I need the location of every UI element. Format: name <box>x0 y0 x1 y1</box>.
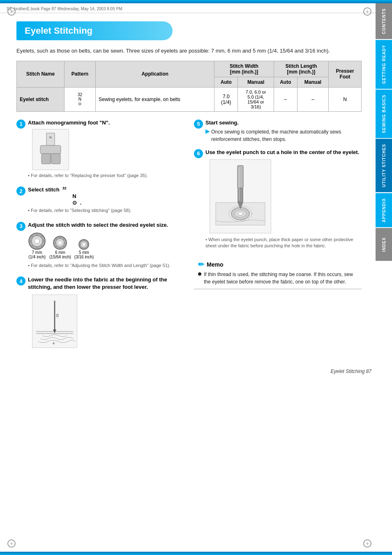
eyelet-6mm-svg <box>53 235 67 250</box>
step-1-content: Attach monogramming foot "N". N <box>28 119 184 181</box>
table-cell-stitch-name: Eyelet stitch <box>17 87 65 111</box>
sidebar-tab-sewing-basics[interactable]: SEWING BASICS <box>376 90 392 138</box>
title-banner: Eyelet Stitching <box>16 21 173 40</box>
step-2-subtext: • For details, refer to "Selecting stitc… <box>28 207 184 214</box>
reg-mark-bl <box>7 539 16 548</box>
svg-point-8 <box>35 239 39 244</box>
page-header: S2_brotherE.book Page 87 Wednesday, May … <box>0 3 392 13</box>
table-header-stitch-name: Stitch Name <box>17 61 65 87</box>
stitch-table: Stitch Name Pattern Application Stitch W… <box>16 61 362 112</box>
step-3-title: Adjust the stitch width to select the de… <box>28 221 184 229</box>
table-header-application: Application <box>96 61 214 87</box>
page-title: Eyelet Stitching <box>25 25 164 36</box>
svg-rect-46 <box>238 188 243 203</box>
step-3-content: Adjust the stitch width to select the de… <box>28 221 184 271</box>
table-subheader-width-manual: Manual <box>238 77 274 87</box>
eyelet-punch-svg <box>212 161 269 231</box>
table-subheader-length-manual: Manual <box>297 77 328 87</box>
svg-marker-38 <box>53 329 56 333</box>
sidebar-tab-getting-ready[interactable]: GETTING READY <box>376 40 392 89</box>
table-cell-width-auto: 7.0 (1/4) <box>214 87 238 111</box>
step-5-arrow-text: Once sewing is completed, the machine au… <box>211 128 362 143</box>
memo-label: Memo <box>207 261 223 268</box>
right-sidebar: CONTENTS GETTING READY SEWING BASICS UTI… <box>376 3 392 261</box>
step-1-block: 1 Attach monogramming foot "N". N <box>16 119 184 181</box>
step-5-title: Start sewing. <box>205 119 362 127</box>
svg-rect-3 <box>42 154 51 164</box>
eyelet-5mm: 5 mm(3/16 inch) <box>74 239 94 259</box>
svg-rect-45 <box>238 166 243 188</box>
sidebar-tab-index[interactable]: INDEX <box>376 228 392 261</box>
eyelet-5mm-label: 5 mm(3/16 inch) <box>74 250 94 259</box>
step-6-number: 6 <box>194 149 203 158</box>
table-header-pattern: Pattern <box>64 61 95 87</box>
step-6-block: 6 Use the eyelet punch to cut a hole in … <box>194 149 362 251</box>
step-5-number: 5 <box>194 120 203 129</box>
step-5-arrow-bullet: ▶ Once sewing is completed, the machine … <box>205 128 362 143</box>
reg-mark-tl <box>7 7 16 16</box>
memo-text: If thin thread is used, the stitching ma… <box>204 271 357 286</box>
eyelet-5mm-svg <box>78 239 90 250</box>
step-4-image: 0 + <box>32 295 77 348</box>
steps-container: 1 Attach monogramming foot "N". N <box>16 119 362 354</box>
svg-text:N: N <box>49 136 52 139</box>
svg-rect-4 <box>51 154 60 164</box>
step-6-subtext: • When using the eyelet punch, place thi… <box>205 237 362 249</box>
eyelet-6mm-label: 6 mm(15/64 inch) <box>49 250 71 259</box>
sidebar-tab-appendix[interactable]: APPENDIX <box>376 193 392 227</box>
reg-mark-tr <box>363 7 371 16</box>
sidebar-tab-contents[interactable]: CONTENTS <box>376 3 392 39</box>
svg-text:+: + <box>52 341 55 346</box>
table-cell-width-manual: 7.0, 6.0 or 5.0 (1/4, 15/64 or 3/16) <box>238 87 274 111</box>
step-3-number: 3 <box>16 222 25 231</box>
main-content: Eyelet Stitching Eyelets, such as those … <box>0 13 374 362</box>
step-4-title: Lower the needle into the fabric at the … <box>28 276 184 291</box>
table-cell-length-auto: – <box>274 87 297 111</box>
svg-text:0: 0 <box>56 313 59 318</box>
step-1-subtext: • For details, refer to "Replacing the p… <box>28 173 184 179</box>
presser-foot-svg: N <box>34 131 67 168</box>
step-5-content: Start sewing. ▶ Once sewing is completed… <box>205 119 362 143</box>
page-footer: Eyelet Stitching 87 <box>0 362 392 378</box>
step-6-image <box>210 159 271 233</box>
step-5-block: 5 Start sewing. ▶ Once sewing is complet… <box>194 119 362 143</box>
step-2-content: Select stitch 32 N ⊙ . • For details, re… <box>28 186 184 216</box>
svg-rect-0 <box>46 133 55 145</box>
svg-point-44 <box>238 212 243 215</box>
step-4-number: 4 <box>16 276 25 286</box>
step-2-title: Select stitch 32 N ⊙ . <box>28 186 184 206</box>
table-header-presser-foot: PresserFoot <box>329 61 362 87</box>
table-cell-presser-foot: N <box>329 87 362 111</box>
memo-box: ✏ Memo If thin thread is used, the stitc… <box>194 257 362 289</box>
file-info: S2_brotherE.book Page 87 Wednesday, May … <box>7 7 122 11</box>
sidebar-tab-utility-stitches[interactable]: UTILITY STITCHES <box>376 139 392 192</box>
needle-down-svg: 0 + <box>34 297 75 346</box>
intro-text: Eyelets, such as those on belts, can be … <box>16 47 362 55</box>
step-3-subtext: • For details, refer to "Adjusting the S… <box>28 263 184 269</box>
bottom-decorative-bar <box>0 552 392 555</box>
steps-left: 1 Attach monogramming foot "N". N <box>16 119 184 354</box>
eyelet-7mm: 7 mm(1/4 inch) <box>28 232 46 259</box>
memo-icon: ✏ <box>198 260 204 269</box>
step-1-image: N <box>32 129 69 170</box>
step-1-number: 1 <box>16 120 25 129</box>
table-cell-length-manual: – <box>297 87 328 111</box>
memo-dot <box>198 272 201 276</box>
steps-right: 5 Start sewing. ▶ Once sewing is complet… <box>194 119 362 354</box>
top-decorative-bar <box>0 0 392 3</box>
memo-bullet: If thin thread is used, the stitching ma… <box>198 271 357 286</box>
table-cell-pattern: 32N⊙ <box>64 87 95 111</box>
eyelet-7mm-label: 7 mm(1/4 inch) <box>28 250 46 259</box>
step-1-title: Attach monogramming foot "N". <box>28 119 184 127</box>
arrow-icon: ▶ <box>205 128 210 143</box>
step-2-number: 2 <box>16 187 25 196</box>
step-6-title: Use the eyelet punch to cut a hole in th… <box>205 149 362 156</box>
svg-point-19 <box>58 241 62 245</box>
step-2-block: 2 Select stitch 32 N ⊙ . • For details, … <box>16 186 184 216</box>
eyelet-7mm-svg <box>28 232 46 250</box>
eyelet-6mm: 6 mm(15/64 inch) <box>49 235 71 259</box>
table-header-stitch-width: Stitch Width[mm (inch.)] <box>214 61 274 77</box>
table-subheader-length-auto: Auto <box>274 77 297 87</box>
table-subheader-width-auto: Auto <box>214 77 238 87</box>
table-header-stitch-length: Stitch Length[mm (inch.)] <box>274 61 328 77</box>
